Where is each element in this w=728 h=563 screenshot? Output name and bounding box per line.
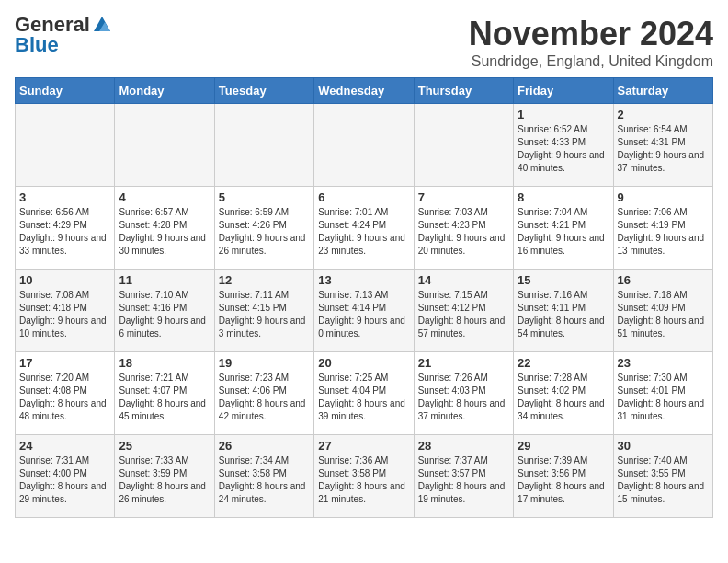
day-info: Sunrise: 6:59 AM Sunset: 4:26 PM Dayligh… <box>219 206 310 258</box>
day-info: Sunrise: 7:04 AM Sunset: 4:21 PM Dayligh… <box>518 206 609 258</box>
weekday-header: Friday <box>514 78 613 104</box>
day-number: 28 <box>418 439 509 453</box>
day-info: Sunrise: 7:13 AM Sunset: 4:14 PM Dayligh… <box>318 289 409 340</box>
calendar-cell: 1Sunrise: 6:52 AM Sunset: 4:33 PM Daylig… <box>514 104 613 187</box>
day-info: Sunrise: 7:34 AM Sunset: 3:58 PM Dayligh… <box>219 454 310 506</box>
calendar-cell <box>214 104 313 187</box>
day-info: Sunrise: 7:23 AM Sunset: 4:06 PM Dayligh… <box>219 372 310 423</box>
calendar-cell: 21Sunrise: 7:26 AM Sunset: 4:03 PM Dayli… <box>414 352 513 435</box>
calendar-cell: 8Sunrise: 7:04 AM Sunset: 4:21 PM Daylig… <box>514 187 613 270</box>
day-number: 12 <box>219 273 310 287</box>
weekday-header: Saturday <box>613 78 712 104</box>
logo-blue-text: Blue <box>15 35 59 55</box>
day-number: 10 <box>19 273 110 287</box>
day-number: 5 <box>219 190 310 204</box>
calendar-cell: 3Sunrise: 6:56 AM Sunset: 4:29 PM Daylig… <box>16 187 115 270</box>
weekday-header: Thursday <box>414 78 513 104</box>
day-info: Sunrise: 7:20 AM Sunset: 4:08 PM Dayligh… <box>19 372 110 423</box>
day-info: Sunrise: 6:52 AM Sunset: 4:33 PM Dayligh… <box>518 123 609 175</box>
calendar-cell: 13Sunrise: 7:13 AM Sunset: 4:14 PM Dayli… <box>314 270 414 352</box>
month-title: November 2024 <box>469 15 713 53</box>
day-info: Sunrise: 7:16 AM Sunset: 4:11 PM Dayligh… <box>518 289 609 340</box>
day-number: 18 <box>119 356 210 370</box>
day-number: 15 <box>518 273 609 287</box>
calendar-cell: 18Sunrise: 7:21 AM Sunset: 4:07 PM Dayli… <box>115 352 214 435</box>
day-number: 22 <box>518 356 609 370</box>
location-subtitle: Sundridge, England, United Kingdom <box>469 53 713 70</box>
logo: General Blue <box>15 15 112 55</box>
calendar-cell: 25Sunrise: 7:33 AM Sunset: 3:59 PM Dayli… <box>115 435 214 518</box>
day-info: Sunrise: 7:01 AM Sunset: 4:24 PM Dayligh… <box>318 206 409 258</box>
calendar-cell: 29Sunrise: 7:39 AM Sunset: 3:56 PM Dayli… <box>514 435 613 518</box>
calendar-cell: 19Sunrise: 7:23 AM Sunset: 4:06 PM Dayli… <box>214 352 313 435</box>
weekday-header: Wednesday <box>314 78 414 104</box>
logo-general-text: General <box>15 15 90 35</box>
day-info: Sunrise: 7:30 AM Sunset: 4:01 PM Dayligh… <box>618 372 709 423</box>
calendar-cell: 20Sunrise: 7:25 AM Sunset: 4:04 PM Dayli… <box>314 352 414 435</box>
calendar-cell: 12Sunrise: 7:11 AM Sunset: 4:15 PM Dayli… <box>214 270 313 352</box>
calendar-table: SundayMondayTuesdayWednesdayThursdayFrid… <box>15 77 713 518</box>
calendar-cell: 23Sunrise: 7:30 AM Sunset: 4:01 PM Dayli… <box>613 352 712 435</box>
calendar-cell: 7Sunrise: 7:03 AM Sunset: 4:23 PM Daylig… <box>414 187 513 270</box>
day-info: Sunrise: 7:03 AM Sunset: 4:23 PM Dayligh… <box>418 206 509 258</box>
day-number: 1 <box>518 108 609 121</box>
calendar-cell <box>115 104 214 187</box>
day-number: 2 <box>618 108 709 121</box>
calendar-cell <box>414 104 513 187</box>
calendar-cell: 10Sunrise: 7:08 AM Sunset: 4:18 PM Dayli… <box>16 270 115 352</box>
day-info: Sunrise: 7:33 AM Sunset: 3:59 PM Dayligh… <box>119 454 210 506</box>
day-info: Sunrise: 7:15 AM Sunset: 4:12 PM Dayligh… <box>418 289 509 340</box>
day-info: Sunrise: 7:08 AM Sunset: 4:18 PM Dayligh… <box>19 289 110 340</box>
calendar-cell <box>16 104 115 187</box>
day-number: 30 <box>618 439 709 453</box>
calendar-cell: 5Sunrise: 6:59 AM Sunset: 4:26 PM Daylig… <box>214 187 313 270</box>
day-number: 4 <box>119 190 210 204</box>
day-info: Sunrise: 7:37 AM Sunset: 3:57 PM Dayligh… <box>418 454 509 506</box>
calendar-week-row: 1Sunrise: 6:52 AM Sunset: 4:33 PM Daylig… <box>16 104 713 187</box>
day-number: 6 <box>318 190 409 204</box>
day-info: Sunrise: 7:36 AM Sunset: 3:58 PM Dayligh… <box>318 454 409 506</box>
calendar-cell: 15Sunrise: 7:16 AM Sunset: 4:11 PM Dayli… <box>514 270 613 352</box>
day-number: 25 <box>119 439 210 453</box>
day-info: Sunrise: 7:31 AM Sunset: 4:00 PM Dayligh… <box>19 454 110 506</box>
day-info: Sunrise: 7:28 AM Sunset: 4:02 PM Dayligh… <box>518 372 609 423</box>
day-number: 7 <box>418 190 509 204</box>
day-number: 29 <box>518 439 609 453</box>
day-info: Sunrise: 7:26 AM Sunset: 4:03 PM Dayligh… <box>418 372 509 423</box>
calendar-week-row: 10Sunrise: 7:08 AM Sunset: 4:18 PM Dayli… <box>16 270 713 352</box>
day-number: 20 <box>318 356 409 370</box>
calendar-cell: 2Sunrise: 6:54 AM Sunset: 4:31 PM Daylig… <box>613 104 712 187</box>
page-header: General Blue November 2024 Sundridge, En… <box>15 15 713 70</box>
day-info: Sunrise: 7:25 AM Sunset: 4:04 PM Dayligh… <box>318 372 409 423</box>
weekday-header: Tuesday <box>214 78 313 104</box>
day-info: Sunrise: 6:54 AM Sunset: 4:31 PM Dayligh… <box>618 123 709 175</box>
calendar-week-row: 24Sunrise: 7:31 AM Sunset: 4:00 PM Dayli… <box>16 435 713 518</box>
logo-icon <box>92 15 112 35</box>
day-number: 17 <box>19 356 110 370</box>
calendar-cell: 27Sunrise: 7:36 AM Sunset: 3:58 PM Dayli… <box>314 435 414 518</box>
day-info: Sunrise: 7:18 AM Sunset: 4:09 PM Dayligh… <box>618 289 709 340</box>
calendar-cell: 6Sunrise: 7:01 AM Sunset: 4:24 PM Daylig… <box>314 187 414 270</box>
calendar-cell: 16Sunrise: 7:18 AM Sunset: 4:09 PM Dayli… <box>613 270 712 352</box>
title-section: November 2024 Sundridge, England, United… <box>469 15 713 70</box>
calendar-cell: 24Sunrise: 7:31 AM Sunset: 4:00 PM Dayli… <box>16 435 115 518</box>
day-number: 21 <box>418 356 509 370</box>
day-info: Sunrise: 7:40 AM Sunset: 3:55 PM Dayligh… <box>618 454 709 506</box>
day-number: 8 <box>518 190 609 204</box>
calendar-cell: 17Sunrise: 7:20 AM Sunset: 4:08 PM Dayli… <box>16 352 115 435</box>
day-info: Sunrise: 6:57 AM Sunset: 4:28 PM Dayligh… <box>119 206 210 258</box>
weekday-header: Monday <box>115 78 214 104</box>
day-number: 11 <box>119 273 210 287</box>
day-number: 13 <box>318 273 409 287</box>
calendar-cell: 26Sunrise: 7:34 AM Sunset: 3:58 PM Dayli… <box>214 435 313 518</box>
calendar-week-row: 3Sunrise: 6:56 AM Sunset: 4:29 PM Daylig… <box>16 187 713 270</box>
day-info: Sunrise: 6:56 AM Sunset: 4:29 PM Dayligh… <box>19 206 110 258</box>
day-number: 3 <box>19 190 110 204</box>
calendar-cell: 14Sunrise: 7:15 AM Sunset: 4:12 PM Dayli… <box>414 270 513 352</box>
day-info: Sunrise: 7:11 AM Sunset: 4:15 PM Dayligh… <box>219 289 310 340</box>
day-number: 14 <box>418 273 509 287</box>
day-info: Sunrise: 7:06 AM Sunset: 4:19 PM Dayligh… <box>618 206 709 258</box>
calendar-week-row: 17Sunrise: 7:20 AM Sunset: 4:08 PM Dayli… <box>16 352 713 435</box>
day-info: Sunrise: 7:10 AM Sunset: 4:16 PM Dayligh… <box>119 289 210 340</box>
day-info: Sunrise: 7:21 AM Sunset: 4:07 PM Dayligh… <box>119 372 210 423</box>
